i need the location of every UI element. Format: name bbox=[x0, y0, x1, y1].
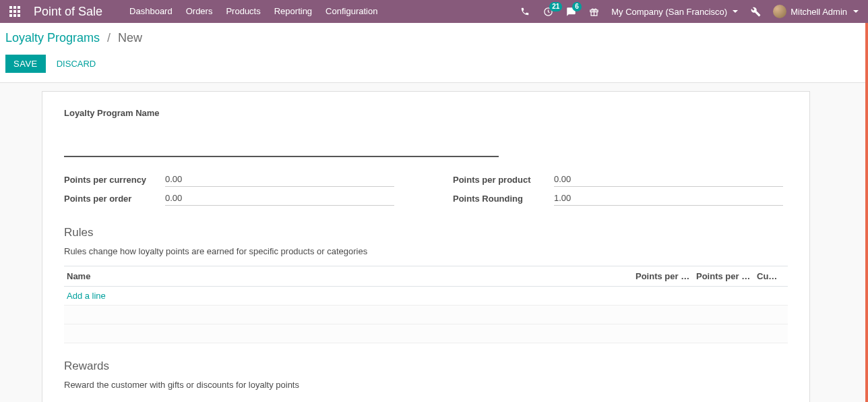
chat-badge: 6 bbox=[572, 2, 582, 11]
breadcrumb-sep: / bbox=[107, 31, 111, 45]
control-buttons: SAVE DISCARD bbox=[5, 55, 857, 73]
chat-icon[interactable]: 6 bbox=[561, 0, 580, 23]
title-label: Loyalty Program Name bbox=[64, 108, 788, 118]
rules-title: Rules bbox=[64, 226, 788, 239]
user-name: Mitchell Admin bbox=[790, 7, 847, 17]
nav-reporting[interactable]: Reporting bbox=[268, 0, 319, 23]
field-points-rounding: Points Rounding bbox=[426, 191, 788, 206]
input-points-per-order[interactable] bbox=[165, 191, 394, 206]
company-selector[interactable]: My Company (San Francisco) bbox=[607, 7, 742, 17]
company-name: My Company (San Francisco) bbox=[611, 7, 727, 17]
rules-blank-row bbox=[64, 324, 788, 343]
col-left: Points per currency Points per order bbox=[64, 172, 426, 210]
apps-icon[interactable] bbox=[5, 6, 24, 17]
add-line-link[interactable]: Add a line bbox=[67, 291, 106, 301]
clock-badge: 21 bbox=[549, 2, 562, 11]
input-points-rounding[interactable] bbox=[554, 191, 783, 206]
control-panel: Loyalty Programs / New SAVE DISCARD bbox=[0, 23, 868, 83]
rules-col-cu[interactable]: Cu… bbox=[754, 266, 788, 287]
nav-products[interactable]: Products bbox=[219, 0, 267, 23]
field-points-per-currency: Points per currency bbox=[64, 172, 426, 187]
input-points-per-product[interactable] bbox=[554, 172, 783, 187]
breadcrumb: Loyalty Programs / New bbox=[5, 31, 857, 45]
rules-addline-row: Add a line bbox=[64, 287, 788, 306]
nav-configuration[interactable]: Configuration bbox=[319, 0, 384, 23]
rules-col-pp2[interactable]: Points per … bbox=[693, 266, 754, 287]
sheet-wrapper: Loyalty Program Name Points per currency… bbox=[0, 83, 868, 402]
rewards-desc: Reward the customer with gifts or discou… bbox=[64, 380, 788, 390]
rewards-title: Rewards bbox=[64, 360, 788, 373]
rules-col-pp1[interactable]: Points per … bbox=[633, 266, 693, 287]
save-button[interactable]: SAVE bbox=[5, 55, 46, 73]
brand-title[interactable]: Point of Sale bbox=[34, 5, 102, 19]
top-navbar: Point of Sale Dashboard Orders Products … bbox=[0, 0, 868, 23]
col-right: Points per product Points Rounding bbox=[426, 172, 788, 210]
chevron-down-icon bbox=[853, 10, 859, 13]
rules-col-name[interactable]: Name bbox=[64, 266, 633, 287]
field-columns: Points per currency Points per order Poi… bbox=[64, 172, 788, 210]
clock-icon[interactable]: 21 bbox=[538, 0, 557, 23]
chevron-down-icon bbox=[733, 10, 738, 13]
nav-dashboard[interactable]: Dashboard bbox=[123, 0, 179, 23]
rules-table: Name Points per … Points per … Cu… Add a… bbox=[64, 266, 788, 343]
breadcrumb-current: New bbox=[118, 31, 142, 45]
phone-icon[interactable] bbox=[516, 0, 534, 23]
debug-icon[interactable] bbox=[746, 0, 765, 23]
right-edge-strip bbox=[865, 23, 868, 402]
label-points-per-order: Points per order bbox=[64, 194, 165, 204]
user-menu[interactable]: Mitchell Admin bbox=[769, 5, 863, 18]
nav-right: 21 6 My Company (San Francisco) Mitchell… bbox=[516, 0, 863, 23]
label-points-per-product: Points per product bbox=[453, 175, 554, 185]
field-points-per-order: Points per order bbox=[64, 191, 426, 206]
discard-button[interactable]: DISCARD bbox=[51, 55, 102, 73]
rules-blank-row bbox=[64, 306, 788, 324]
nav-menu: Dashboard Orders Products Reporting Conf… bbox=[123, 0, 384, 23]
rules-desc: Rules change how loyalty points are earn… bbox=[64, 246, 788, 256]
avatar bbox=[773, 5, 786, 18]
field-points-per-product: Points per product bbox=[426, 172, 788, 187]
breadcrumb-parent[interactable]: Loyalty Programs bbox=[5, 31, 100, 45]
form-sheet: Loyalty Program Name Points per currency… bbox=[42, 91, 810, 402]
nav-orders[interactable]: Orders bbox=[179, 0, 220, 23]
input-points-per-currency[interactable] bbox=[165, 172, 394, 187]
label-points-per-currency: Points per currency bbox=[64, 175, 165, 185]
gift-icon[interactable] bbox=[584, 0, 603, 23]
label-points-rounding: Points Rounding bbox=[453, 194, 554, 204]
program-name-input[interactable] bbox=[64, 134, 499, 157]
rules-header-row: Name Points per … Points per … Cu… bbox=[64, 266, 788, 287]
